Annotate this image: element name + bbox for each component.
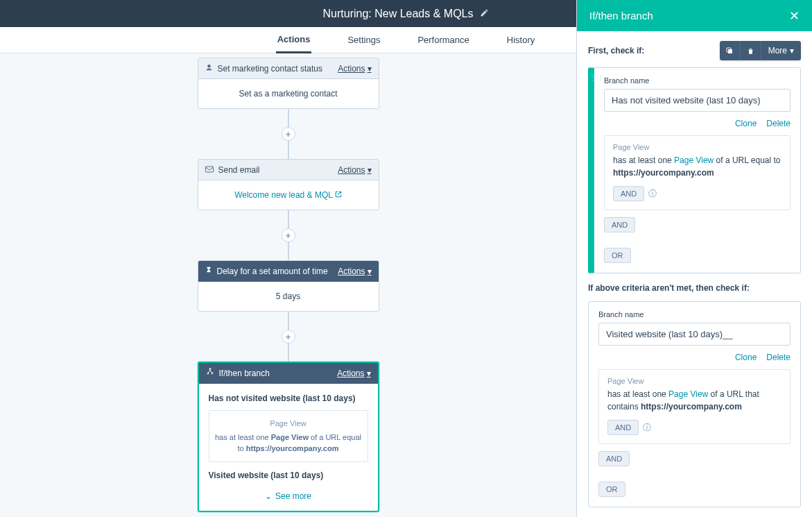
branch-block-1[interactable]: ⋮⋮ Branch name Clone Delete Page View ha… (588, 67, 801, 273)
condition-text: has at least one Page View of a URL that… (607, 388, 781, 413)
email-link[interactable]: Welcome new lead & MQL (234, 190, 342, 200)
branch-toolbar: More▾ (720, 41, 801, 60)
caret-down-icon: ▾ (790, 46, 794, 56)
clone-branch-link[interactable]: Clone (735, 353, 757, 362)
card-title: Set marketing contact status (218, 64, 322, 74)
card-actions-dropdown[interactable]: Actions ▾ (338, 266, 371, 276)
branch-filter-summary: Page View has at least one Page View of … (209, 410, 368, 462)
branch-name-input[interactable] (604, 89, 791, 112)
copy-button[interactable] (720, 41, 741, 60)
or-button[interactable]: OR (604, 248, 631, 263)
card-title: Delay for a set amount of time (217, 266, 328, 276)
action-card-delay[interactable]: Delay for a set amount of time Actions ▾… (198, 260, 379, 312)
caret-down-icon: ▾ (368, 266, 372, 276)
add-action-button[interactable]: + (282, 228, 295, 242)
and-inner-button[interactable]: AND (613, 186, 644, 201)
action-card-if-then-branch[interactable]: If/then branch Actions ▾ Has not visited… (198, 362, 379, 512)
condition-text: has at least one Page View of a URL equa… (613, 154, 781, 179)
tab-history[interactable]: History (506, 28, 536, 52)
clone-branch-link[interactable]: Clone (735, 119, 757, 128)
branch-block-2[interactable]: Branch name Clone Delete Page View has a… (588, 301, 801, 507)
page-view-label: Page View (613, 143, 781, 151)
workflow-title: Nurturing: New Leads & MQLs (323, 8, 474, 20)
side-panel-if-then: If/then branch ✕ First, check if: More▾ … (576, 0, 812, 517)
branch-2-title: Visited website (last 10 days) (209, 471, 368, 480)
tab-settings[interactable]: Settings (346, 28, 381, 52)
add-action-button[interactable]: + (282, 127, 295, 141)
and-outer-button[interactable]: AND (604, 217, 635, 232)
branch-icon (206, 368, 214, 378)
chevron-down-icon: ⌄ (265, 491, 272, 501)
drag-handle-icon[interactable]: ⋮⋮ (589, 74, 605, 81)
info-icon[interactable]: ⓘ (643, 423, 651, 432)
action-card-set-marketing-contact[interactable]: Set marketing contact status Actions ▾ S… (198, 58, 379, 109)
else-check-label: If above criteria aren't met, then check… (588, 283, 801, 293)
hourglass-icon (205, 266, 212, 276)
delete-branch-link[interactable]: Delete (766, 119, 791, 128)
card-body: Set as a marketing contact (198, 79, 379, 108)
email-link-text: Welcome new lead & MQL (234, 190, 332, 200)
more-dropdown[interactable]: More▾ (761, 41, 801, 60)
card-header: Delay for a set amount of time Actions ▾ (198, 261, 379, 282)
actions-label: Actions (338, 64, 365, 74)
first-check-label: First, check if: (588, 46, 644, 56)
page-view-label: Page View (607, 377, 781, 385)
card-actions-dropdown[interactable]: Actions ▾ (338, 165, 371, 175)
svg-rect-0 (205, 167, 213, 172)
caret-down-icon: ▾ (367, 368, 371, 378)
actions-label: Actions (338, 165, 365, 175)
panel-title: If/then branch (589, 10, 653, 22)
see-more-link[interactable]: ⌄ See more (209, 487, 368, 504)
branch-name-label: Branch name (598, 310, 791, 319)
and-outer-button[interactable]: AND (598, 451, 630, 466)
external-link-icon (335, 190, 342, 200)
panel-header: If/then branch ✕ (577, 0, 812, 31)
workflow-title-wrap: Nurturing: New Leads & MQLs (323, 8, 490, 20)
card-header: Send email Actions ▾ (198, 160, 379, 180)
condition-box[interactable]: Page View has at least one Page View of … (598, 369, 791, 444)
and-inner-button[interactable]: AND (607, 420, 639, 435)
tab-performance[interactable]: Performance (416, 28, 470, 52)
branch-name-label: Branch name (604, 76, 791, 85)
card-title: Send email (218, 165, 260, 175)
filter-text: has at least one Page View of a URL equa… (215, 432, 362, 455)
delete-button[interactable] (741, 41, 761, 60)
action-card-send-email[interactable]: Send email Actions ▾ Welcome new lead & … (198, 159, 379, 210)
see-more-label: See more (275, 491, 311, 501)
condition-box[interactable]: Page View has at least one Page View of … (604, 135, 791, 210)
caret-down-icon: ▾ (368, 64, 372, 74)
card-body: 5 days (198, 282, 379, 311)
card-header: If/then branch Actions ▾ (199, 363, 378, 384)
card-actions-dropdown[interactable]: Actions ▾ (338, 64, 371, 74)
page-view-label: Page View (215, 418, 362, 430)
more-label: More (768, 46, 787, 56)
workflow-canvas[interactable]: Set marketing contact status Actions ▾ S… (0, 53, 576, 517)
add-action-button[interactable]: + (282, 330, 295, 344)
person-icon (205, 64, 213, 74)
info-icon[interactable]: ⓘ (648, 189, 657, 198)
card-body: Has not visited website (last 10 days) P… (199, 384, 378, 511)
panel-body: First, check if: More▾ ⋮⋮ Branch name Cl… (577, 31, 812, 517)
tab-actions[interactable]: Actions (276, 27, 312, 53)
card-title: If/then branch (219, 368, 270, 378)
envelope-icon (205, 165, 214, 175)
actions-label: Actions (337, 368, 364, 378)
actions-label: Actions (338, 266, 365, 276)
svg-rect-1 (728, 49, 732, 53)
card-actions-dropdown[interactable]: Actions ▾ (337, 368, 370, 378)
branch-name-input[interactable] (598, 323, 791, 346)
card-body: Welcome new lead & MQL (198, 180, 379, 210)
delete-branch-link[interactable]: Delete (766, 353, 791, 362)
or-button[interactable]: OR (598, 482, 625, 497)
close-panel-button[interactable]: ✕ (789, 8, 800, 24)
edit-title-icon[interactable] (480, 8, 489, 20)
card-header: Set marketing contact status Actions ▾ (198, 58, 379, 79)
caret-down-icon: ▾ (368, 165, 372, 175)
branch-1-title: Has not visited website (last 10 days) (209, 393, 368, 403)
